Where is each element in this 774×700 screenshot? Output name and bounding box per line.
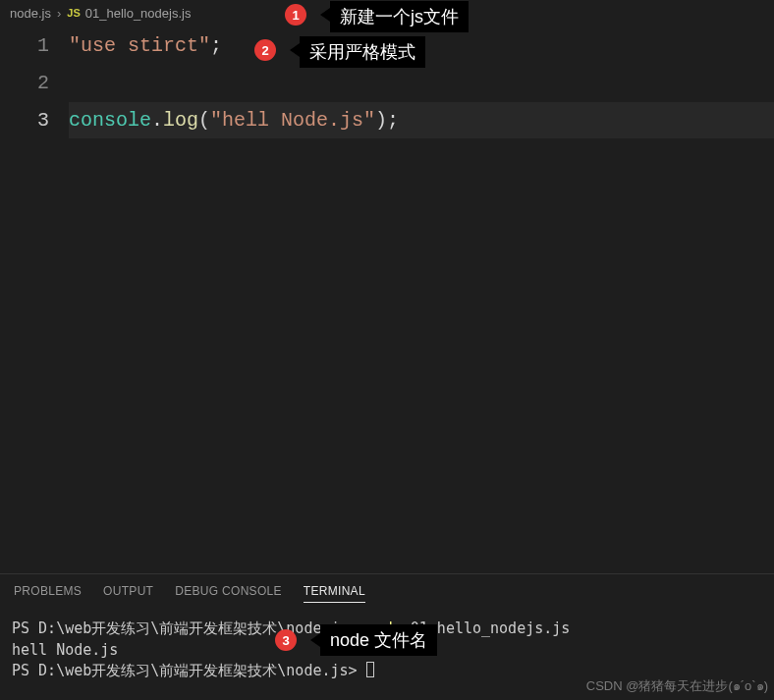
chevron-right-icon: › bbox=[57, 6, 61, 21]
line-number: 1 bbox=[0, 27, 49, 65]
string-literal: "hell Node.js" bbox=[210, 109, 375, 132]
annotation-arrow-icon bbox=[310, 633, 320, 647]
panel-tabs: PROBLEMS OUTPUT DEBUG CONSOLE TERMINAL bbox=[0, 574, 774, 611]
semicolon: ; bbox=[210, 34, 222, 57]
tab-output[interactable]: OUTPUT bbox=[103, 584, 153, 603]
annotation-badge-3: 3 bbox=[275, 629, 297, 651]
watermark: CSDN @猪猪每天在进步(๑´o`๑) bbox=[586, 675, 768, 696]
string-literal: "use stirct" bbox=[69, 34, 210, 57]
terminal-prompt: PS D:\web开发练习\前端开发框架技术\node.js> bbox=[12, 662, 366, 679]
annotation-label-2: 采用严格模式 bbox=[300, 36, 425, 68]
line-number: 2 bbox=[0, 65, 49, 102]
code-line-2[interactable] bbox=[69, 65, 774, 102]
js-file-icon: JS bbox=[67, 7, 80, 19]
line-gutter: 1 2 3 bbox=[0, 27, 69, 139]
tab-debug-console[interactable]: DEBUG CONSOLE bbox=[175, 584, 282, 603]
terminal-prompt: PS D:\web开发练习\前端开发框架技术\node.js> bbox=[12, 619, 358, 637]
method-token: log bbox=[163, 109, 198, 132]
annotation-arrow-icon bbox=[290, 43, 300, 57]
breadcrumb-file[interactable]: 01_hello_nodejs.js bbox=[85, 6, 192, 21]
object-token: console bbox=[69, 109, 151, 132]
annotation-badge-1: 1 bbox=[285, 4, 306, 26]
tab-terminal[interactable]: TERMINAL bbox=[304, 584, 365, 603]
line-number: 3 bbox=[0, 102, 49, 139]
annotation-badge-2: 2 bbox=[254, 39, 276, 61]
annotation-label-3: node 文件名 bbox=[320, 624, 437, 656]
terminal-cursor-icon bbox=[366, 662, 374, 677]
annotation-arrow-icon bbox=[320, 8, 330, 22]
breadcrumb-folder[interactable]: node.js bbox=[10, 6, 51, 21]
tab-problems[interactable]: PROBLEMS bbox=[14, 584, 82, 603]
code-line-3[interactable]: console.log("hell Node.js"); bbox=[69, 102, 774, 139]
annotation-label-1: 新建一个js文件 bbox=[330, 1, 469, 32]
